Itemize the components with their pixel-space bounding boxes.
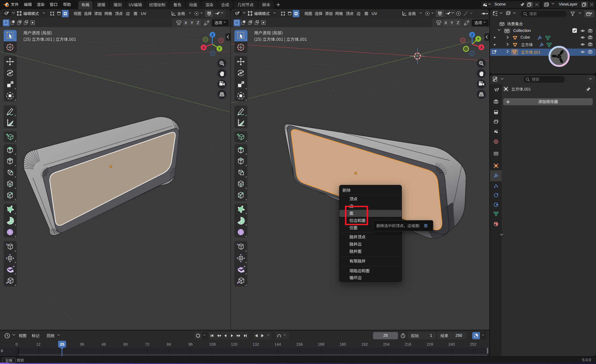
svg-text:X: X <box>202 46 205 50</box>
svg-text:Z: Z <box>471 33 473 37</box>
svg-text:Y: Y <box>477 37 479 41</box>
svg-text:Y: Y <box>218 47 221 51</box>
svg-text:Z: Z <box>211 33 213 37</box>
svg-text:X: X <box>480 46 482 49</box>
